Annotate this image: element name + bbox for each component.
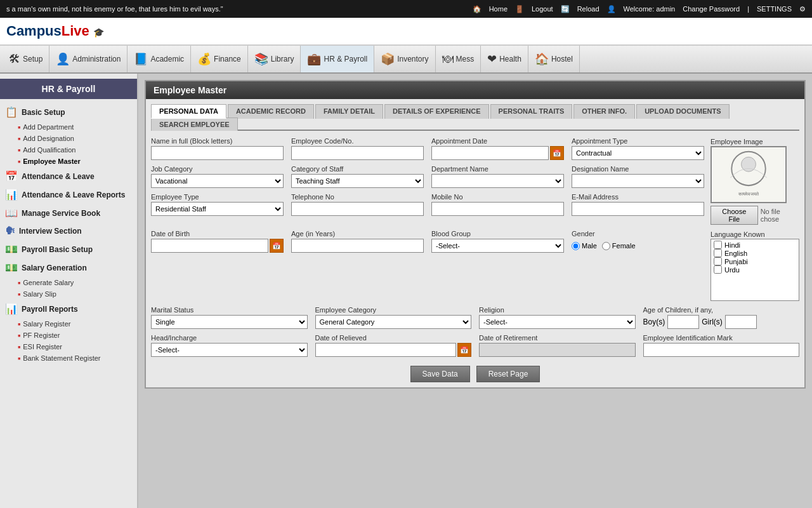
home-link[interactable]: Home <box>489 5 508 13</box>
dob-calendar[interactable]: 📅 <box>270 239 284 253</box>
choose-file-button[interactable]: Choose File <box>710 206 758 225</box>
sidebar-item-salary-register[interactable]: Salary Register <box>0 318 137 330</box>
name-full-input[interactable] <box>151 146 284 160</box>
sidebar-item-payroll-reports[interactable]: 📊 Payroll Reports <box>0 300 137 318</box>
designation-name-field: Designation Name <box>572 165 704 188</box>
marital-status-label: Marital Status <box>151 306 308 314</box>
tab-academic-record[interactable]: ACADEMIC RECORD <box>228 104 314 119</box>
nav-mess[interactable]: 🍽 Mess <box>436 46 481 72</box>
gender-label: Gender <box>572 230 704 237</box>
logout-link[interactable]: Logout <box>532 5 553 13</box>
user-icon: 👤 <box>607 5 616 13</box>
sidebar-item-esi-register[interactable]: ESI Register <box>0 341 137 352</box>
category-staff-select[interactable]: Teaching Staff Non-Teaching Staff <box>291 174 424 188</box>
nav-setup[interactable]: 🛠 Setup <box>3 46 49 72</box>
blood-group-select[interactable]: -Select- A+ A- B+ B- O+ O- AB+ AB- <box>431 239 564 253</box>
sidebar-item-salary-slip[interactable]: Salary Slip <box>0 288 137 300</box>
gender-male-radio[interactable] <box>572 242 580 250</box>
age-input[interactable] <box>291 239 424 253</box>
sidebar-item-basic-setup[interactable]: 📋 Basic Setup <box>0 103 137 121</box>
tab-family-detail[interactable]: FAMILY DETAIL <box>315 104 383 119</box>
girls-input[interactable] <box>725 315 757 329</box>
appointment-type-select[interactable]: Contractual Permanent <box>572 146 704 160</box>
sidebar-item-employee-master[interactable]: Employee Master <box>0 156 137 167</box>
emp-id-mark-input[interactable] <box>643 343 800 357</box>
employee-image-box: सत्यमेव जयते <box>710 146 787 203</box>
sidebar-item-pf-register[interactable]: PF Register <box>0 330 137 341</box>
employee-code-input[interactable] <box>291 146 424 160</box>
hindi-checkbox[interactable] <box>714 241 722 249</box>
nav-administration[interactable]: 👤 Administration <box>49 46 128 72</box>
save-button[interactable]: Save Data <box>410 366 470 382</box>
urdu-checkbox[interactable] <box>714 265 722 274</box>
reset-button[interactable]: Reset Page <box>476 366 540 382</box>
employee-type-select[interactable]: Residential Staff Day Scholar Staff <box>151 202 284 216</box>
gender-female-radio[interactable] <box>602 242 610 250</box>
urdu-label: Urdu <box>724 266 740 274</box>
date-relieved-calendar[interactable]: 📅 <box>457 343 471 357</box>
nav-hr-payroll-label: HR & Payroll <box>324 55 367 64</box>
appointment-date-calendar[interactable]: 📅 <box>550 146 564 160</box>
nav-library[interactable]: 📚 Library <box>248 46 301 72</box>
date-retirement-label: Date of Retirement <box>479 334 636 342</box>
nav-inventory[interactable]: 📦 Inventory <box>374 46 435 72</box>
nav-hostel[interactable]: 🏠 Hostel <box>528 46 580 72</box>
employee-code-label: Employee Code/No. <box>291 137 424 145</box>
boys-input[interactable] <box>667 315 699 329</box>
logo-bar: CampusLive 🎓 <box>0 18 812 46</box>
tab-upload-documents[interactable]: UPLOAD DOCUMENTS <box>636 104 729 119</box>
dob-input[interactable] <box>151 239 268 253</box>
sidebar-item-add-qualification[interactable]: Add Qualification <box>0 144 137 156</box>
academic-icon: 📘 <box>134 52 148 66</box>
religion-select[interactable]: -Select- Hindu Muslim Sikh Christian <box>479 315 636 329</box>
sidebar-item-manage-service-book[interactable]: 📖 Manage Service Book <box>0 204 137 222</box>
email-input[interactable] <box>572 202 704 216</box>
language-english: English <box>714 249 796 257</box>
designation-name-select[interactable] <box>572 174 704 188</box>
sidebar-item-generate-salary[interactable]: Generate Salary <box>0 277 137 288</box>
sidebar-item-bank-statement-register[interactable]: Bank Statement Register <box>0 352 137 364</box>
gender-male-label: Male <box>582 242 597 250</box>
sidebar-item-payroll-basic-setup[interactable]: 💵 Payroll Basic Setup <box>0 240 137 258</box>
nav-academic[interactable]: 📘 Academic <box>128 46 191 72</box>
attendance-leave-label: Attendance & Leave <box>22 172 95 181</box>
punjabi-checkbox[interactable] <box>714 257 722 265</box>
job-category-select[interactable]: Vacational Regular <box>151 174 284 188</box>
marital-status-select[interactable]: Single Married Divorced Widowed <box>151 315 308 329</box>
change-password-link[interactable]: Change Password <box>683 5 740 13</box>
sidebar-item-salary-generation[interactable]: 💵 Salary Generation <box>0 258 137 277</box>
sidebar-item-add-designation[interactable]: Add Designation <box>0 133 137 144</box>
appointment-type-label: Appointment Type <box>572 137 704 145</box>
interview-section-icon: 🗣 <box>5 225 15 237</box>
pf-register-label: PF Register <box>23 331 60 339</box>
appointment-date-input[interactable] <box>431 146 549 160</box>
settings-link[interactable]: SETTINGS <box>757 5 792 13</box>
mobile-input[interactable] <box>431 202 564 216</box>
nav-finance[interactable]: 💰 Finance <box>191 46 248 72</box>
tab-personal-traits[interactable]: PERSONAL TRAITS <box>490 104 573 119</box>
head-incharge-select[interactable]: -Select- <box>151 343 308 357</box>
sidebar-item-add-department[interactable]: Add Department <box>0 121 137 133</box>
name-full-field: Name in full (Block letters) <box>151 137 284 160</box>
main-layout: HR & Payroll 📋 Basic Setup Add Departmen… <box>0 74 812 508</box>
nav-health[interactable]: ❤ Health <box>481 46 528 72</box>
sidebar-item-interview-section[interactable]: 🗣 Interview Section <box>0 222 137 240</box>
nav-hr-payroll[interactable]: 💼 HR & Payroll <box>301 46 374 72</box>
dept-name-select[interactable] <box>431 174 564 188</box>
employee-category-select[interactable]: General Category SC ST OBC <box>315 315 472 329</box>
date-relieved-input[interactable] <box>315 343 457 357</box>
tab-personal-data[interactable]: PERSONAL DATA <box>151 104 226 119</box>
attendance-reports-icon: 📊 <box>5 189 18 201</box>
sidebar-item-attendance-leave[interactable]: 📅 Attendance & Leave <box>0 167 137 185</box>
employee-master-panel: Employee Master PERSONAL DATA ACADEMIC R… <box>145 80 806 389</box>
english-checkbox[interactable] <box>714 249 722 257</box>
sidebar-item-attendance-reports[interactable]: 📊 Attendance & Leave Reports <box>0 185 137 204</box>
tab-other-info[interactable]: OTHER INFO. <box>573 104 635 119</box>
tab-details-of-experience[interactable]: DETAILS OF EXPERIENCE <box>384 104 489 119</box>
tab-bar: PERSONAL DATA ACADEMIC RECORD FAMILY DET… <box>151 104 799 131</box>
reload-link[interactable]: Reload <box>577 5 599 13</box>
setup-icon: 🛠 <box>9 53 20 66</box>
nav-inventory-label: Inventory <box>397 55 428 64</box>
telephone-input[interactable] <box>291 202 424 216</box>
tab-search-employee[interactable]: SEARCH EMPLOYEE <box>151 117 238 131</box>
